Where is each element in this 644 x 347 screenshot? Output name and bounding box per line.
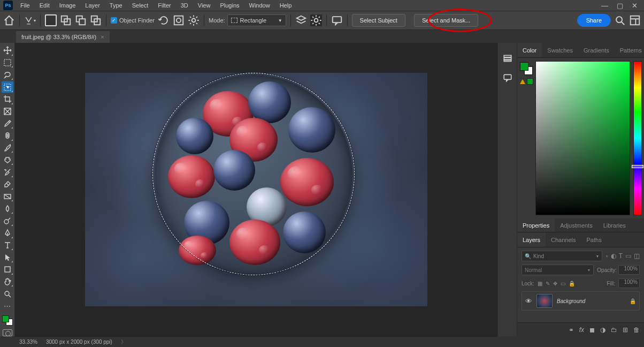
menu-file[interactable]: File bbox=[16, 1, 34, 10]
document-dimensions[interactable]: 3000 px x 2000 px (300 ppi) bbox=[46, 339, 112, 345]
pen-tool[interactable] bbox=[2, 228, 13, 239]
history-brush-tool[interactable] bbox=[2, 167, 13, 178]
close-tab-icon[interactable]: × bbox=[101, 34, 104, 40]
menu-select[interactable]: Select bbox=[128, 1, 153, 10]
frame-tool[interactable] bbox=[2, 106, 13, 117]
hue-thumb[interactable] bbox=[632, 165, 643, 168]
layer-filter-dropdown[interactable]: 🔍 Kind ▼ bbox=[522, 251, 602, 261]
filter-smart-icon[interactable]: ◫ bbox=[634, 252, 640, 260]
link-layers-icon[interactable]: ⚭ bbox=[569, 326, 574, 334]
lock-all-icon[interactable]: 🔒 bbox=[569, 281, 575, 286]
menu-layer[interactable]: Layer bbox=[81, 1, 104, 10]
color-swatch-mini[interactable] bbox=[520, 62, 533, 75]
new-selection-icon[interactable] bbox=[45, 14, 57, 26]
tab-paths[interactable]: Paths bbox=[581, 232, 607, 247]
canvas-area[interactable] bbox=[15, 43, 497, 336]
document-tab[interactable]: fruit.jpeg @ 33.3% (RGB/8#) × bbox=[16, 31, 110, 43]
layer-name[interactable]: Background bbox=[557, 298, 585, 304]
color-swatch-pair[interactable] bbox=[2, 315, 13, 326]
tab-properties[interactable]: Properties bbox=[517, 218, 555, 232]
share-button[interactable]: Share bbox=[577, 14, 611, 27]
add-selection-icon[interactable] bbox=[60, 14, 72, 26]
gear-icon[interactable] bbox=[188, 14, 200, 26]
blend-mode-dropdown[interactable]: Normal ▼ bbox=[522, 265, 594, 275]
filter-type-icon[interactable]: T bbox=[619, 252, 623, 260]
edit-toolbar-icon[interactable]: ⋯ bbox=[2, 300, 13, 312]
lock-paint-icon[interactable]: ✎ bbox=[546, 281, 550, 286]
subtract-selection-icon[interactable] bbox=[75, 14, 87, 26]
object-selection-tool[interactable] bbox=[2, 81, 13, 93]
filter-adjust-icon[interactable]: ◐ bbox=[611, 252, 616, 260]
layer-row[interactable]: 👁 Background 🔒 bbox=[522, 291, 640, 311]
tab-adjustments[interactable]: Adjustments bbox=[555, 218, 598, 232]
tab-layers[interactable]: Layers bbox=[517, 232, 546, 247]
sample-layers-icon[interactable] bbox=[295, 14, 307, 26]
feedback-icon[interactable] bbox=[331, 14, 343, 26]
filter-pixel-icon[interactable]: ▫ bbox=[605, 252, 608, 260]
color-picker-area[interactable] bbox=[535, 61, 630, 215]
layer-thumbnail[interactable] bbox=[536, 294, 553, 308]
lock-position-icon[interactable]: ✥ bbox=[553, 281, 557, 286]
lasso-tool[interactable] bbox=[2, 69, 13, 80]
filter-shape-icon[interactable]: ▭ bbox=[625, 252, 631, 260]
tab-channels[interactable]: Channels bbox=[546, 232, 581, 247]
intersect-selection-icon[interactable] bbox=[90, 14, 102, 26]
window-maximize-icon[interactable]: ▢ bbox=[617, 2, 623, 10]
tool-preset-icon[interactable]: ▾ bbox=[24, 14, 36, 26]
overlay-icon[interactable] bbox=[173, 14, 185, 26]
zoom-tool[interactable] bbox=[2, 288, 13, 299]
comments-panel-icon[interactable] bbox=[503, 73, 512, 84]
shape-tool[interactable] bbox=[2, 264, 13, 275]
menu-filter[interactable]: Filter bbox=[154, 1, 175, 10]
marquee-tool[interactable] bbox=[2, 57, 13, 69]
clone-stamp-tool[interactable] bbox=[2, 154, 13, 165]
blur-tool[interactable] bbox=[2, 203, 13, 214]
layer-style-icon[interactable]: fx bbox=[579, 326, 584, 334]
menu-image[interactable]: Image bbox=[55, 1, 80, 10]
path-select-tool[interactable] bbox=[2, 252, 13, 263]
window-minimize-icon[interactable]: ― bbox=[601, 2, 608, 10]
select-and-mask-button[interactable]: Select and Mask... bbox=[414, 14, 479, 27]
healing-tool[interactable] bbox=[2, 130, 13, 141]
search-icon[interactable] bbox=[614, 14, 626, 26]
status-more-icon[interactable]: 〉 bbox=[121, 338, 126, 346]
menu-type[interactable]: Type bbox=[105, 1, 127, 10]
eraser-tool[interactable] bbox=[2, 179, 13, 190]
home-icon[interactable] bbox=[3, 14, 15, 26]
menu-view[interactable]: View bbox=[194, 1, 215, 10]
quick-mask-icon[interactable] bbox=[3, 329, 12, 336]
crop-tool[interactable] bbox=[2, 94, 13, 105]
gamut-warning[interactable] bbox=[520, 78, 533, 85]
layer-mask-icon[interactable]: ◼ bbox=[589, 326, 595, 334]
window-close-icon[interactable]: ✕ bbox=[632, 2, 638, 10]
lock-artboard-icon[interactable]: ▭ bbox=[561, 281, 565, 286]
tab-gradients[interactable]: Gradients bbox=[578, 43, 615, 57]
hue-slider[interactable] bbox=[633, 61, 642, 215]
object-finder-check[interactable]: ✓ Object Finder bbox=[111, 17, 155, 24]
history-panel-icon[interactable] bbox=[503, 54, 512, 64]
dodge-tool[interactable] bbox=[2, 215, 13, 227]
group-icon[interactable]: 🗀 bbox=[611, 326, 617, 334]
opacity-input[interactable]: 100% bbox=[618, 265, 640, 275]
tab-patterns[interactable]: Patterns bbox=[615, 43, 644, 57]
mode-dropdown[interactable]: Rectangle ▼ bbox=[227, 14, 286, 26]
menu-window[interactable]: Window bbox=[245, 1, 274, 10]
new-layer-icon[interactable]: ⊞ bbox=[623, 326, 628, 334]
menu-edit[interactable]: Edit bbox=[35, 1, 54, 10]
sample-gear-icon[interactable] bbox=[310, 14, 322, 26]
refresh-icon[interactable] bbox=[158, 14, 170, 26]
gradient-tool[interactable] bbox=[2, 191, 13, 202]
lock-transparent-icon[interactable]: ▦ bbox=[538, 281, 542, 286]
adjustment-layer-icon[interactable]: ◑ bbox=[600, 326, 605, 334]
tab-color[interactable]: Color bbox=[517, 43, 542, 57]
hand-tool[interactable] bbox=[2, 276, 13, 288]
move-tool[interactable] bbox=[2, 45, 13, 56]
eyedropper-tool[interactable] bbox=[2, 118, 13, 129]
document-canvas[interactable] bbox=[85, 73, 427, 306]
type-tool[interactable] bbox=[2, 240, 13, 251]
menu-plugins[interactable]: Plugins bbox=[216, 1, 243, 10]
delete-layer-icon[interactable]: 🗑 bbox=[633, 326, 640, 334]
tab-libraries[interactable]: Libraries bbox=[598, 218, 631, 232]
lock-icon[interactable]: 🔒 bbox=[630, 298, 636, 304]
zoom-level[interactable]: 33.33% bbox=[19, 339, 37, 345]
